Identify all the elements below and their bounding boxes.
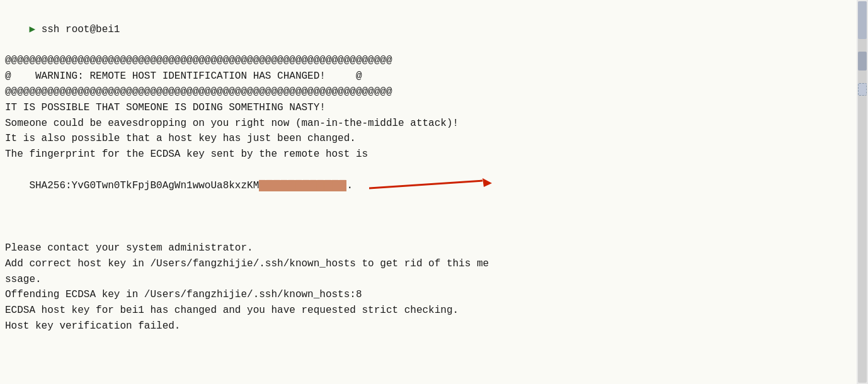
terminal-line-warning: @ WARNING: REMOTE HOST IDENTIFICATION HA… bbox=[5, 69, 852, 84]
redaction-arrow-icon bbox=[333, 160, 508, 214]
vertical-scrollbar[interactable] bbox=[857, 0, 868, 384]
terminal-prompt-line: ▶ ssh root@bei1 bbox=[5, 6, 852, 53]
terminal-line-host-key-changed: It is also possible that a host key has … bbox=[5, 131, 852, 147]
svg-marker-1 bbox=[483, 178, 492, 187]
terminal-line-host-key-fail: Host key verification failed. bbox=[5, 319, 852, 334]
terminal-line-add-correct-2: ssage. bbox=[5, 272, 852, 288]
terminal-line-sha256: SHA256:YvG0Twn0TkFpjB0AgWn1wwoUa8kxzKM██… bbox=[5, 162, 852, 240]
terminal-line-nasty: IT IS POSSIBLE THAT SOMEONE IS DOING SOM… bbox=[5, 100, 852, 116]
scrollbar-thumb-top[interactable] bbox=[858, 1, 867, 39]
scrollbar-track[interactable] bbox=[858, 1, 867, 383]
terminal-line-atsign-border-1: @@@@@@@@@@@@@@@@@@@@@@@@@@@@@@@@@@@@@@@@… bbox=[5, 53, 852, 69]
sha256-value: SHA256:YvG0Twn0TkFpjB0AgWn1wwoUa8kxzKM██… bbox=[29, 178, 353, 194]
terminal: ▶ ssh root@bei1 @@@@@@@@@@@@@@@@@@@@@@@@… bbox=[0, 0, 857, 384]
terminal-line-add-correct-1: Add correct host key in /Users/fangzhiji… bbox=[5, 256, 852, 272]
terminal-line-offending: Offending ECDSA key in /Users/fangzhijie… bbox=[5, 287, 852, 303]
svg-line-0 bbox=[369, 181, 483, 188]
scrollbar-thumb-bottom[interactable] bbox=[858, 83, 867, 96]
prompt-arrow-icon: ▶ bbox=[29, 24, 35, 35]
scrollbar-thumb-mid[interactable] bbox=[858, 52, 867, 71]
terminal-line-eavesdrop: Someone could be eavesdropping on you ri… bbox=[5, 116, 852, 132]
prompt-command: ssh root@bei1 bbox=[35, 24, 120, 35]
terminal-line-atsign-border-2: @@@@@@@@@@@@@@@@@@@@@@@@@@@@@@@@@@@@@@@@… bbox=[5, 84, 852, 100]
terminal-line-ecdsa-changed: ECDSA host key for bei1 has changed and … bbox=[5, 303, 852, 319]
terminal-line-please-contact: Please contact your system administrator… bbox=[5, 240, 852, 256]
